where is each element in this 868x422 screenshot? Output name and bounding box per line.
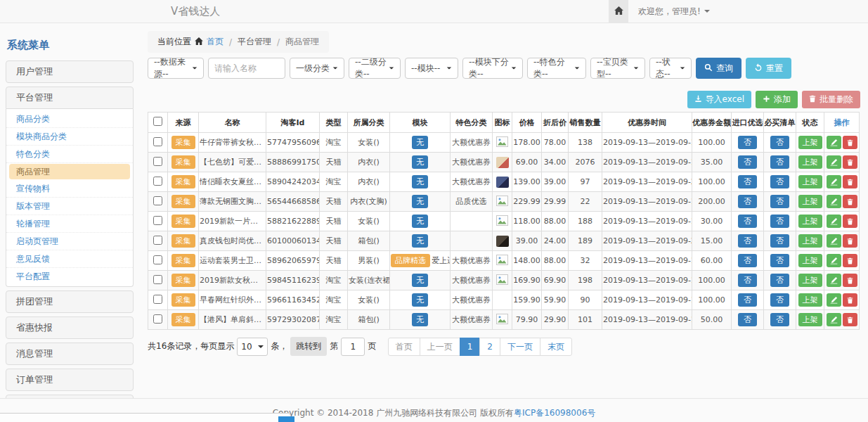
edit-button[interactable] <box>827 175 841 188</box>
edit-button[interactable] <box>827 313 841 326</box>
status-badge[interactable]: 上架 <box>798 234 822 248</box>
delete-button[interactable] <box>843 254 857 267</box>
status-badge[interactable]: 上架 <box>798 195 822 208</box>
delete-button[interactable] <box>843 175 857 188</box>
page-button-page-2[interactable]: 2 <box>479 338 500 356</box>
page-button-next[interactable]: 下一页 <box>500 338 540 356</box>
import-toggle[interactable]: 否 <box>738 254 757 267</box>
import-toggle[interactable]: 否 <box>738 175 757 188</box>
sidebar-item[interactable]: 版本管理 <box>6 198 133 215</box>
sidebar-item[interactable]: 平台配置 <box>6 268 133 285</box>
delete-button[interactable] <box>843 195 857 208</box>
filter-select-feature-category[interactable]: --特色分类-- <box>527 58 586 79</box>
row-checkbox[interactable] <box>153 314 162 324</box>
edit-button[interactable] <box>827 155 841 169</box>
sidebar-item[interactable]: 商品分类 <box>6 110 133 128</box>
sidebar-item[interactable]: 意见反馈 <box>6 250 133 268</box>
page-button-prev[interactable]: 上一页 <box>420 338 460 356</box>
must-buy-toggle[interactable]: 否 <box>770 313 789 326</box>
reset-button[interactable]: 重置 <box>746 58 791 79</box>
edit-button[interactable] <box>827 234 841 248</box>
sidebar-group-saving-express[interactable]: 省惠快报 <box>6 316 134 339</box>
sidebar-group-group-buy-management[interactable]: 拼团管理 <box>6 290 134 313</box>
row-checkbox[interactable] <box>153 177 162 186</box>
must-buy-toggle[interactable]: 否 <box>770 274 789 287</box>
page-button-first[interactable]: 首页 <box>388 338 420 356</box>
edit-button[interactable] <box>827 274 841 287</box>
delete-button[interactable] <box>843 313 857 326</box>
delete-button[interactable] <box>843 215 857 228</box>
sidebar-group-user-management[interactable]: 用户管理 <box>6 60 134 83</box>
filter-select-item-type[interactable]: --宝贝类型-- <box>590 58 645 79</box>
filter-select-status[interactable]: --状态-- <box>649 58 692 79</box>
page-size-select[interactable]: 10 <box>237 338 268 356</box>
edit-button[interactable] <box>827 195 841 208</box>
status-badge[interactable]: 上架 <box>798 254 822 267</box>
edit-button[interactable] <box>827 136 841 149</box>
sidebar-item[interactable]: 启动页管理 <box>6 233 133 250</box>
must-buy-toggle[interactable]: 否 <box>770 215 789 228</box>
import-excel-button[interactable]: 导入excel <box>687 91 751 108</box>
import-toggle[interactable]: 否 <box>738 293 757 307</box>
must-buy-toggle[interactable]: 否 <box>770 136 789 149</box>
select-all-checkbox[interactable] <box>153 117 162 126</box>
sidebar-item[interactable]: 宣传物料 <box>6 180 133 198</box>
edit-button[interactable] <box>827 215 841 228</box>
user-menu[interactable]: 欢迎您，管理员! <box>638 6 710 18</box>
sidebar-item[interactable]: 商品管理 <box>9 164 130 179</box>
must-buy-toggle[interactable]: 否 <box>770 254 789 267</box>
page-number-input[interactable] <box>341 338 365 356</box>
status-badge[interactable]: 上架 <box>798 293 822 307</box>
breadcrumb-home-link[interactable]: 首页 <box>207 36 224 48</box>
status-badge[interactable]: 上架 <box>798 215 822 228</box>
home-button[interactable] <box>609 0 628 23</box>
status-badge[interactable]: 上架 <box>798 136 822 149</box>
jump-button[interactable]: 跳转到 <box>290 337 327 356</box>
status-badge[interactable]: 上架 <box>798 155 822 169</box>
import-toggle[interactable]: 否 <box>738 136 757 149</box>
row-checkbox[interactable] <box>153 157 162 166</box>
delete-button[interactable] <box>843 234 857 248</box>
delete-button[interactable] <box>843 274 857 287</box>
must-buy-toggle[interactable]: 否 <box>770 195 789 208</box>
batch-delete-button[interactable]: 批量删除 <box>802 91 860 108</box>
filter-select-data-source[interactable]: --数据来源-- <box>148 58 204 79</box>
sidebar-item[interactable]: 模块商品分类 <box>6 128 133 146</box>
edit-button[interactable] <box>827 254 841 267</box>
sidebar-group-order-management[interactable]: 订单管理 <box>6 369 134 391</box>
sidebar-group-platform-management[interactable]: 平台管理 <box>6 87 134 109</box>
filter-input-name[interactable] <box>208 58 285 79</box>
page-button-last[interactable]: 末页 <box>540 338 572 356</box>
filter-select-level1-category[interactable]: 一级分类 <box>290 58 344 79</box>
row-checkbox[interactable] <box>153 216 162 225</box>
row-checkbox[interactable] <box>153 295 162 304</box>
status-badge[interactable]: 上架 <box>798 274 822 287</box>
sidebar-group-message-management[interactable]: 消息管理 <box>6 343 134 365</box>
filter-select-module[interactable]: --模块-- <box>405 58 458 79</box>
status-badge[interactable]: 上架 <box>798 313 822 326</box>
must-buy-toggle[interactable]: 否 <box>770 234 789 248</box>
status-badge[interactable]: 上架 <box>798 175 822 188</box>
delete-button[interactable] <box>843 155 857 169</box>
import-toggle[interactable]: 否 <box>738 155 757 169</box>
edit-button[interactable] <box>827 293 841 307</box>
page-button-page-1[interactable]: 1 <box>460 338 481 356</box>
sidebar-item[interactable]: 轮播管理 <box>6 215 133 233</box>
import-toggle[interactable]: 否 <box>738 234 757 248</box>
filter-select-level2-category[interactable]: --二级分类-- <box>349 58 401 79</box>
import-toggle[interactable]: 否 <box>738 215 757 228</box>
delete-button[interactable] <box>843 136 857 149</box>
must-buy-toggle[interactable]: 否 <box>770 175 789 188</box>
delete-button[interactable] <box>843 293 857 307</box>
row-checkbox[interactable] <box>153 275 162 284</box>
import-toggle[interactable]: 否 <box>738 313 757 326</box>
row-checkbox[interactable] <box>153 255 162 264</box>
row-checkbox[interactable] <box>153 236 162 245</box>
search-button[interactable]: 查询 <box>696 58 741 79</box>
row-checkbox[interactable] <box>153 196 162 205</box>
icp-link[interactable]: 粤ICP备16098006号 <box>514 408 595 418</box>
add-button[interactable]: 添加 <box>756 91 798 108</box>
must-buy-toggle[interactable]: 否 <box>770 293 789 307</box>
sidebar-item[interactable]: 特色分类 <box>6 146 133 163</box>
must-buy-toggle[interactable]: 否 <box>770 155 789 169</box>
